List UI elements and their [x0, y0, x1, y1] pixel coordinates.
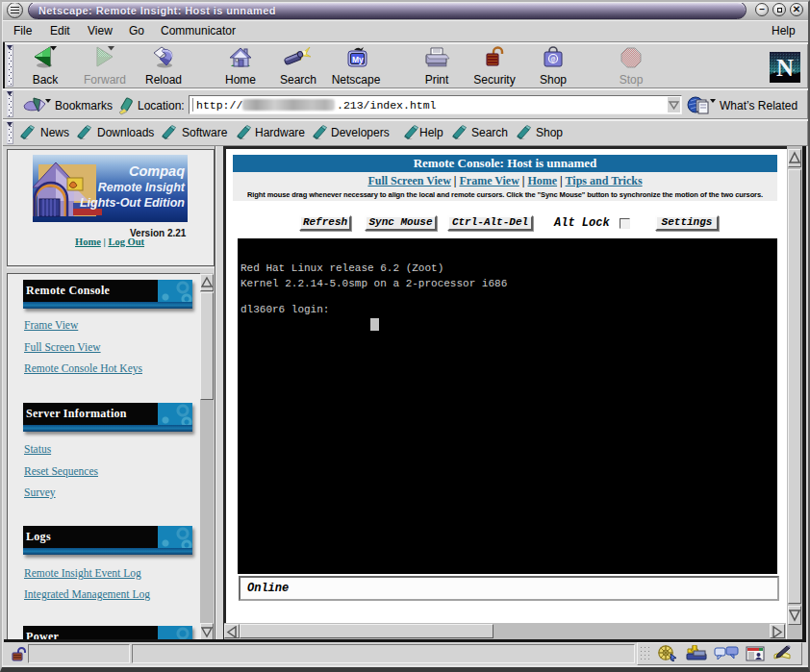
- svg-text:Remote Insight: Remote Insight: [98, 181, 186, 194]
- svg-text:N: N: [776, 55, 794, 81]
- svg-text:Compaq: Compaq: [129, 163, 185, 179]
- svg-text:My: My: [352, 55, 364, 64]
- svg-text:@: @: [551, 55, 556, 63]
- svg-text:Lights-Out Edition: Lights-Out Edition: [80, 196, 185, 210]
